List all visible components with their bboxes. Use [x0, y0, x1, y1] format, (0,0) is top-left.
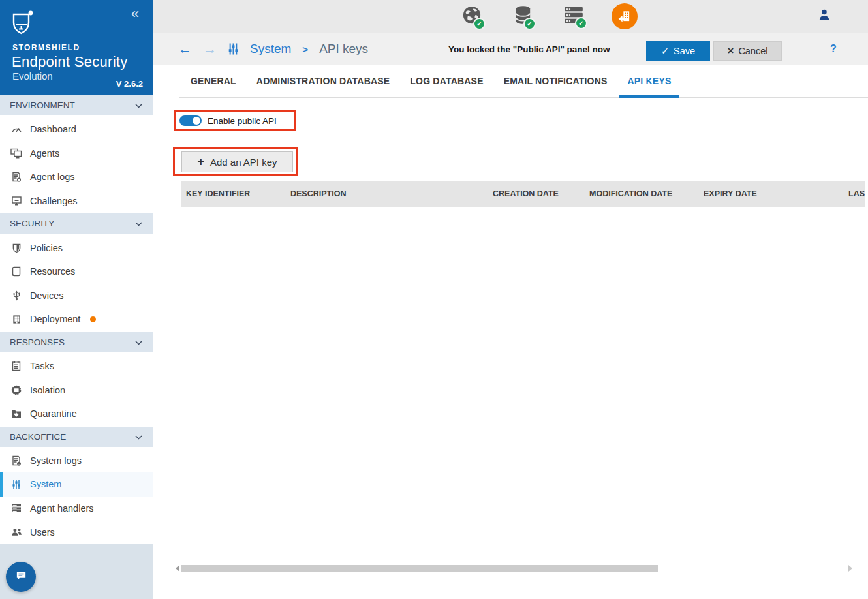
- system-breadcrumb-icon: [228, 42, 239, 55]
- agent-logs-icon: [10, 172, 23, 182]
- sidebar-item-challenges[interactable]: Challenges: [0, 189, 153, 213]
- forward-arrow-icon: →: [203, 41, 217, 57]
- save-button[interactable]: ✓ Save: [646, 41, 710, 61]
- api-keys-table-empty-body: [181, 207, 865, 243]
- breadcrumb-system-link[interactable]: System: [250, 42, 291, 56]
- sidebar-item-tasks[interactable]: Tasks: [0, 354, 153, 378]
- isolation-icon: [10, 385, 23, 395]
- agent-handlers-icon: [10, 504, 23, 513]
- agent-handler-status-icon[interactable]: ✓: [564, 6, 583, 27]
- chevron-down-icon: [135, 432, 142, 442]
- status-ok-badge: ✓: [575, 17, 587, 29]
- tab-administration-database[interactable]: ADMINISTRATION DATABASE: [256, 65, 390, 97]
- sidebar-section-responses[interactable]: RESPONSES: [0, 332, 153, 352]
- users-icon: [10, 528, 23, 536]
- column-description[interactable]: DESCRIPTION: [290, 189, 493, 198]
- sidebar-item-resources[interactable]: Resources: [0, 260, 153, 284]
- chat-bubble-icon: [15, 570, 27, 585]
- system-logs-icon: [10, 455, 23, 466]
- actionbar: ← → System > API keys You locked the "Pu…: [153, 33, 868, 65]
- annotation-box-enable-public-api: Enable public API: [174, 110, 296, 131]
- breadcrumb: ← → System > API keys: [178, 33, 368, 65]
- system-icon: [10, 479, 23, 489]
- brand-version: V 2.6.2: [116, 79, 143, 89]
- tab-api-keys[interactable]: API KEYS: [628, 65, 672, 97]
- sidebar-section-security[interactable]: SECURITY: [0, 213, 153, 234]
- sidebar-item-system-logs[interactable]: System logs: [0, 449, 153, 473]
- column-last-used[interactable]: LAST USED: [848, 189, 865, 198]
- enable-public-api-label: Enable public API: [208, 116, 277, 126]
- policies-icon: [10, 243, 23, 253]
- tab-general[interactable]: GENERAL: [191, 65, 236, 97]
- sidebar: « STORMSHIELD Endpoint Security Evolutio…: [0, 0, 153, 599]
- cancel-button[interactable]: × Cancel: [713, 41, 782, 61]
- brand-edition: Evolution: [12, 70, 53, 82]
- chevron-down-icon: [135, 337, 142, 347]
- brand-name: STORMSHIELD: [12, 43, 80, 52]
- back-arrow-icon[interactable]: ←: [178, 41, 192, 57]
- database-status-icon[interactable]: ✓: [514, 5, 532, 27]
- chevron-down-icon: [135, 219, 142, 228]
- sidebar-item-devices[interactable]: Devices: [0, 284, 153, 308]
- help-button[interactable]: ?: [830, 33, 837, 65]
- quarantine-icon: [10, 409, 23, 418]
- tasks-icon: [10, 361, 23, 371]
- sidebar-item-dashboard[interactable]: Dashboard: [0, 117, 153, 142]
- column-expiry-date[interactable]: EXPIRY DATE: [704, 189, 848, 198]
- sidebar-item-system[interactable]: System: [0, 472, 153, 497]
- main-content: GENERAL ADMINISTRATION DATABASE LOG DATA…: [153, 65, 868, 599]
- brand-product: Endpoint Security: [12, 54, 128, 70]
- hscroll-left-arrow[interactable]: [176, 565, 179, 572]
- close-icon: ×: [727, 44, 734, 57]
- challenges-icon: [10, 196, 23, 206]
- annotation-box-add-api-key: + Add an API key: [173, 147, 298, 176]
- chevron-down-icon: [135, 100, 142, 110]
- deployment-status-icon[interactable]: [612, 3, 638, 29]
- column-modification-date[interactable]: MODIFICATION DATE: [589, 189, 704, 198]
- devices-icon: [10, 290, 23, 301]
- agents-icon: [10, 148, 23, 159]
- status-ok-badge: ✓: [473, 18, 486, 30]
- hscroll-right-arrow[interactable]: [848, 565, 852, 572]
- tab-log-database[interactable]: LOG DATABASE: [410, 65, 483, 97]
- deployment-new-badge: [90, 316, 96, 322]
- sidebar-item-agent-handlers[interactable]: Agent handlers: [0, 497, 153, 521]
- plus-icon: +: [197, 156, 204, 168]
- logo-block: « STORMSHIELD Endpoint Security Evolutio…: [0, 0, 153, 95]
- check-icon: ✓: [661, 46, 669, 56]
- lock-notification: You locked the "Public API" panel now: [448, 33, 610, 65]
- chat-button[interactable]: [6, 562, 36, 592]
- column-key-identifier[interactable]: KEY IDENTIFIER: [181, 189, 290, 198]
- sidebar-section-backoffice[interactable]: BACKOFFICE: [0, 427, 153, 447]
- deployment-icon: [10, 315, 23, 324]
- sidebar-item-agents[interactable]: Agents: [0, 142, 153, 166]
- sidebar-item-isolation[interactable]: Isolation: [0, 378, 153, 402]
- topbar: ✓ ✓ ✓: [153, 0, 868, 33]
- sidebar-collapse-icon[interactable]: «: [131, 5, 139, 22]
- dashboard-icon: [10, 124, 23, 135]
- enable-public-api-toggle[interactable]: [179, 115, 202, 126]
- status-ok-badge: ✓: [523, 18, 536, 30]
- stormshield-logo-icon: [12, 10, 33, 39]
- add-api-key-button[interactable]: + Add an API key: [181, 151, 293, 172]
- sidebar-item-deployment[interactable]: Deployment: [0, 307, 153, 331]
- sidebar-item-agent-logs[interactable]: Agent logs: [0, 165, 153, 189]
- breadcrumb-current-page: API keys: [319, 42, 368, 56]
- sidebar-section-environment[interactable]: ENVIRONMENT: [0, 95, 153, 115]
- breadcrumb-separator: >: [302, 44, 308, 55]
- tab-email-notifications[interactable]: EMAIL NOTIFICATIONS: [504, 65, 608, 97]
- user-icon[interactable]: [817, 8, 831, 25]
- api-keys-table-header: KEY IDENTIFIER DESCRIPTION CREATION DATE…: [181, 181, 865, 207]
- api-keys-table: KEY IDENTIFIER DESCRIPTION CREATION DATE…: [181, 181, 865, 243]
- hscroll-thumb[interactable]: [181, 565, 658, 572]
- tab-bar: GENERAL ADMINISTRATION DATABASE LOG DATA…: [179, 65, 868, 98]
- sidebar-item-users[interactable]: Users: [0, 520, 153, 544]
- sidebar-item-quarantine[interactable]: Quarantine: [0, 402, 153, 426]
- resources-icon: [10, 266, 23, 277]
- column-creation-date[interactable]: CREATION DATE: [493, 189, 589, 198]
- internet-status-icon[interactable]: ✓: [462, 5, 482, 27]
- sidebar-item-policies[interactable]: Policies: [0, 236, 153, 260]
